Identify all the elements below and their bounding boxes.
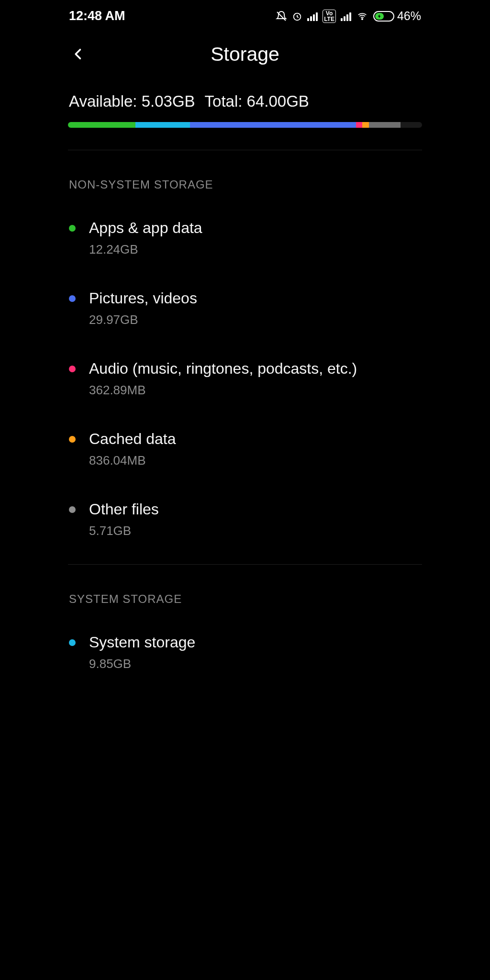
storage-item-other[interactable]: Other files 5.71GB: [58, 482, 432, 553]
available-label: Available: 5.03GB: [69, 92, 195, 111]
volte-icon: VoLTE: [323, 10, 336, 23]
section-header-nonsystem: NON-SYSTEM STORAGE: [58, 150, 432, 201]
storage-item-audio[interactable]: Audio (music, ringtones, podcasts, etc.)…: [58, 342, 432, 412]
item-title: Other files: [89, 500, 421, 519]
item-size: 836.04MB: [89, 453, 421, 468]
battery-percent: 46%: [397, 9, 421, 23]
wifi-icon: [356, 11, 368, 21]
item-size: 362.89MB: [89, 383, 421, 398]
svg-point-1: [362, 18, 363, 20]
section-header-system: SYSTEM STORAGE: [58, 565, 432, 615]
item-title: Cached data: [89, 429, 421, 448]
signal-bars-icon: [307, 11, 318, 21]
dot-icon: [69, 295, 76, 302]
dot-icon: [69, 506, 76, 513]
item-title: Pictures, videos: [89, 289, 421, 308]
item-size: 29.97GB: [89, 312, 421, 327]
charging-icon: [377, 13, 382, 19]
app-header: Storage: [58, 27, 432, 81]
page-title: Storage: [58, 43, 432, 66]
dot-icon: [69, 225, 76, 232]
storage-usage-bar: [68, 122, 422, 128]
storage-item-pictures[interactable]: Pictures, videos 29.97GB: [58, 271, 432, 342]
battery-icon: [373, 11, 394, 22]
item-title: Apps & app data: [89, 218, 421, 237]
status-bar: 12:48 AM VoLTE: [58, 0, 432, 27]
battery-indicator: 46%: [373, 9, 421, 23]
storage-bar-seg-other: [369, 122, 401, 128]
status-time: 12:48 AM: [69, 9, 125, 23]
storage-bar-seg-free: [401, 122, 422, 128]
dot-icon: [69, 366, 76, 372]
signal-bars-sim2-icon: [341, 11, 351, 21]
storage-item-cached[interactable]: Cached data 836.04MB: [58, 412, 432, 482]
alarm-icon: [292, 11, 302, 22]
item-size: 12.24GB: [89, 242, 421, 257]
chevron-left-icon: [72, 44, 85, 65]
item-size: 9.85GB: [89, 657, 421, 671]
notification-mute-icon: [276, 11, 287, 22]
storage-item-system[interactable]: System storage 9.85GB: [58, 615, 432, 686]
storage-bar-seg-apps: [68, 122, 135, 128]
dot-icon: [69, 436, 76, 443]
storage-bar-seg-system: [135, 122, 190, 128]
total-label: Total: 64.00GB: [205, 92, 309, 111]
dot-icon: [69, 639, 76, 646]
storage-item-apps[interactable]: Apps & app data 12.24GB: [58, 201, 432, 271]
back-button[interactable]: [68, 44, 89, 65]
storage-bar-seg-pictures: [190, 122, 356, 128]
storage-bar-seg-cached: [362, 122, 369, 128]
status-right: VoLTE 46%: [276, 9, 421, 23]
storage-summary: Available: 5.03GB Total: 64.00GB: [68, 81, 422, 150]
item-title: Audio (music, ringtones, podcasts, etc.): [89, 359, 421, 378]
item-title: System storage: [89, 633, 421, 652]
item-size: 5.71GB: [89, 523, 421, 538]
storage-bar-seg-audio: [356, 122, 362, 128]
